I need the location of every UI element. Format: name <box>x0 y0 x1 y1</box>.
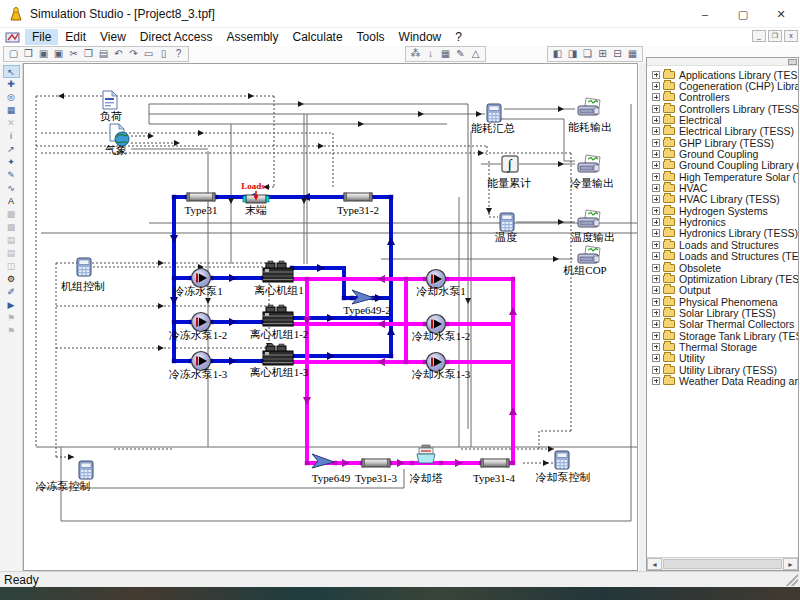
save-icon[interactable]: ▣ <box>36 47 51 61</box>
text-tool-icon[interactable]: A <box>3 195 20 208</box>
expand-icon[interactable] <box>652 354 660 362</box>
expand-icon[interactable] <box>652 252 660 260</box>
split-view-tool-icon[interactable]: ◫ <box>3 260 20 273</box>
expand-icon[interactable] <box>652 93 660 101</box>
assemble-tool-icon[interactable]: ✦ <box>3 156 20 169</box>
mdi-restore-button[interactable]: ❐ <box>768 30 782 42</box>
type31-component[interactable] <box>187 193 215 201</box>
chiller-2-component[interactable] <box>263 305 293 326</box>
expand-icon[interactable] <box>652 241 660 249</box>
probe-icon[interactable]: ✎ <box>453 47 468 61</box>
library-item[interactable]: Hydronics Library (TESS) <box>647 228 798 239</box>
layout-2-tool-icon[interactable]: ▩ <box>3 221 20 234</box>
run-tool-icon[interactable]: ▶ <box>3 299 20 312</box>
library-item[interactable]: Thermal Storage <box>647 341 798 352</box>
library-item[interactable]: Cogeneration (CHP) Library (TESS) <box>647 80 798 91</box>
cascade-icon[interactable]: ❏ <box>580 47 595 61</box>
expand-icon[interactable] <box>652 298 660 306</box>
pan-tool-icon[interactable]: ✚ <box>3 78 20 91</box>
mdi-close-button[interactable]: x <box>784 30 798 42</box>
report-icon[interactable]: ▦ <box>625 47 640 61</box>
bitmap-tool-icon[interactable]: ▦ <box>3 104 20 117</box>
flag-1-tool-icon[interactable]: ⚑ <box>3 312 20 325</box>
trace-icon[interactable]: △ <box>468 47 483 61</box>
cooling-out-component[interactable] <box>578 155 600 172</box>
type31-2-component[interactable] <box>344 193 372 201</box>
resize-grip[interactable] <box>786 574 798 586</box>
energy-acc-component[interactable] <box>502 156 518 173</box>
library-item[interactable]: Hydronics <box>647 216 798 227</box>
close-button[interactable]: ✕ <box>762 0 800 28</box>
expand-icon[interactable] <box>652 309 660 317</box>
expand-icon[interactable] <box>652 195 660 203</box>
library-item[interactable]: Loads and Structures (TESS) <box>647 251 798 262</box>
library-item[interactable]: Hydrogen Systems <box>647 205 798 216</box>
settings-tool-icon[interactable]: ⚙ <box>3 273 20 286</box>
library-item[interactable]: Solar Thermal Collectors <box>647 319 798 330</box>
library-item[interactable]: High Temperature Solar (TESS) <box>647 171 798 182</box>
expand-icon[interactable] <box>652 105 660 113</box>
library-item[interactable]: Solar Library (TESS) <box>647 307 798 318</box>
redo-icon[interactable]: ↷ <box>126 47 141 61</box>
open-icon[interactable]: ❒ <box>21 47 36 61</box>
menu-view[interactable]: View <box>93 29 133 45</box>
expand-icon[interactable] <box>652 116 660 124</box>
print-icon[interactable]: ▭ <box>141 47 156 61</box>
save-all-icon[interactable]: ▣ <box>51 47 66 61</box>
load-component[interactable] <box>103 91 117 109</box>
expand-icon[interactable] <box>652 275 660 283</box>
scroll-left-arrow[interactable]: ◄ <box>647 558 662 570</box>
maximize-button[interactable]: ▢ <box>724 0 762 28</box>
stamp-tool-icon[interactable]: ✎ <box>3 169 20 182</box>
library-h-scrollbar[interactable]: ◄ ► <box>647 557 798 570</box>
layer-2-tool-icon[interactable]: ▤ <box>3 247 20 260</box>
delete-tool-icon[interactable]: ✕ <box>3 117 20 130</box>
flag-2-tool-icon[interactable]: ⚑ <box>3 325 20 338</box>
unit-cop-component[interactable] <box>578 246 600 263</box>
library-item[interactable]: Electrical <box>647 114 798 125</box>
spline-tool-icon[interactable]: ∿ <box>3 182 20 195</box>
draw-tool-icon[interactable]: ✐ <box>3 286 20 299</box>
library-item[interactable]: Storage Tank Library (TESS) <box>647 330 798 341</box>
paste-icon[interactable]: ▤ <box>96 47 111 61</box>
menu-window[interactable]: Window <box>392 29 449 45</box>
layer-1-tool-icon[interactable]: ▤ <box>3 234 20 247</box>
temperature-component[interactable] <box>500 213 514 231</box>
library-item[interactable]: Obsolete <box>647 262 798 273</box>
menu-direct-access[interactable]: Direct Access <box>133 29 220 45</box>
menu-tools[interactable]: Tools <box>350 29 392 45</box>
zoom-tool-icon[interactable]: ◎ <box>3 91 20 104</box>
library-item[interactable]: Physical Phenomena <box>647 296 798 307</box>
scroll-thumb[interactable] <box>663 559 782 569</box>
expand-icon[interactable] <box>652 139 660 147</box>
link-tool-icon[interactable]: ⁂ <box>408 47 423 61</box>
expand-icon[interactable] <box>652 320 660 328</box>
arrange-icon[interactable]: ⊟ <box>610 47 625 61</box>
library-item[interactable]: Utility <box>647 353 798 364</box>
mdi-minimize-button[interactable]: _ <box>752 30 766 42</box>
unit-control-component[interactable] <box>77 258 91 276</box>
menu-file[interactable]: File <box>25 29 58 45</box>
expand-icon[interactable] <box>652 286 660 294</box>
chiller-1-component[interactable] <box>263 261 293 282</box>
expand-icon[interactable] <box>652 343 660 351</box>
energy-out-component[interactable] <box>578 98 600 115</box>
new-icon[interactable]: ▢ <box>6 47 21 61</box>
expand-icon[interactable] <box>652 366 660 374</box>
menu-edit[interactable]: Edit <box>58 29 93 45</box>
chiller-3-component[interactable] <box>263 344 293 365</box>
library-item[interactable]: Ground Coupling <box>647 148 798 159</box>
expand-icon[interactable] <box>652 127 660 135</box>
expand-icon[interactable] <box>652 71 660 79</box>
library-item[interactable]: Utility Library (TESS) <box>647 364 798 375</box>
library-item[interactable]: Controllers Library (TESS) <box>647 103 798 114</box>
expand-icon[interactable] <box>652 218 660 226</box>
cooling-tower-component[interactable] <box>417 445 435 463</box>
select-tool-icon[interactable]: ↖ <box>3 65 20 78</box>
chw-pump-control-component[interactable] <box>79 461 93 479</box>
link-tool-icon[interactable]: ↗ <box>3 143 20 156</box>
drawing-canvas[interactable]: ∫ 负荷气象Type31末端Type31-2机组控制冷冻水泵1冷冻水泵1-2冷冻… <box>23 63 638 571</box>
info-tool-icon[interactable]: i <box>3 130 20 143</box>
expand-icon[interactable] <box>652 150 660 158</box>
temperature-out-component[interactable] <box>578 210 600 227</box>
